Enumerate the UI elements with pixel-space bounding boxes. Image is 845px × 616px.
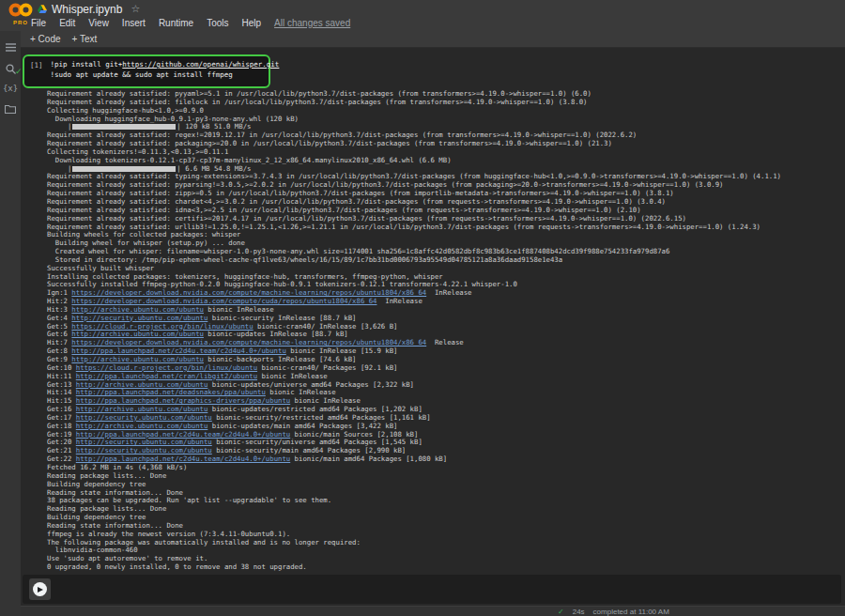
save-status[interactable]: All changes saved [274,18,350,28]
run-cell-button[interactable] [29,578,51,600]
code-line: !sudo apt update && sudo apt install ffm… [51,70,280,79]
output-line: Downloading tokenizers-0.12.1-cp37-cp37m… [47,157,843,165]
output-line: Building wheels for collected packages: … [47,231,843,239]
output-link[interactable]: http://ppa.launchpad.net/graphics-driver… [76,397,290,405]
output-line: Hit:3 http://archive.ubuntu.com/ubuntu b… [47,306,843,315]
output-line: Get:18 http://archive.ubuntu.com/ubuntu … [47,423,843,431]
output-line: Successfully installed ffmpeg-python-0.2… [47,281,843,289]
menu-edit[interactable]: Edit [59,18,75,28]
output-line: Hit:2 https://developer.download.nvidia.… [47,298,843,306]
menu-runtime[interactable]: Runtime [159,18,193,28]
output-line: Requirement already satisfied: urllib3!=… [47,223,843,232]
output-line: Collecting tokenizers!=0.11.3,<0.13,>=0.… [47,148,843,157]
code-line: !pip install git+https://github.com/open… [51,60,280,69]
output-link[interactable]: https://cloud.r-project.org/bin/linux/ub… [71,323,253,331]
add-code-button[interactable]: + Code [30,34,61,44]
output-line: Requirement already satisfied: idna<3,>=… [47,207,843,215]
output-link[interactable]: https://developer.download.nvidia.com/co… [71,298,376,305]
code-editor[interactable]: !pip install git+https://github.com/open… [51,60,280,82]
variables-icon[interactable]: {x} [4,82,17,95]
output-line: Get:9 http://archive.ubuntu.com/ubuntu b… [47,356,843,364]
output-link[interactable]: http://security.ubuntu.com/ubuntu [76,447,212,454]
success-check-icon: ✓ [558,608,564,616]
output-line: Get:21 http://security.ubuntu.com/ubuntu… [47,447,843,455]
status-bar: ✓ 24s completed at 11:00 AM [21,606,845,616]
progress-bar [72,124,176,130]
progress-bar [72,166,176,172]
menu-insert[interactable]: Insert [122,18,146,28]
table-of-contents-icon[interactable] [4,40,17,54]
output-line: Get:20 http://security.ubuntu.com/ubuntu… [47,439,843,447]
sidebar: {x} [0,31,21,616]
header: PRO Whisper.ipynb ☆ FileEditViewInsertRu… [0,0,845,31]
output-line: Building wheel for whisper (setup.py) ..… [47,239,843,248]
output-line: Get:8 http://ppa.launchpad.net/c2d4u.tea… [47,347,843,356]
output-link[interactable]: http://security.ubuntu.com/ubuntu [76,414,212,422]
output-link[interactable]: https://developer.download.nvidia.com/co… [71,339,426,346]
colab-infinity-icon [8,3,33,17]
output-line: Get:6 http://archive.ubuntu.com/ubuntu b… [47,331,843,339]
output-line: Get:19 http://ppa.launchpad.net/c2d4u.te… [47,431,843,439]
output-line: Requirement already satisfied: pyparsing… [47,181,843,190]
output-line: Requirement already satisfied: regex!=20… [47,131,843,140]
output-link[interactable]: http://archive.ubuntu.com/ubuntu [71,331,204,338]
output-link[interactable]: http://archive.ubuntu.com/ubuntu [71,356,204,363]
output-line: Requirement already satisfied: typing-ex… [47,173,843,181]
add-text-button[interactable]: + Text [72,34,98,44]
code-cell[interactable]: [1] !pip install git+https://github.com/… [23,54,270,88]
output-line: Fetched 16.2 MB in 4s (4,368 kB/s) [47,464,843,472]
output-link[interactable]: https://cloud.r-project.org/bin/linux/ub… [76,364,257,372]
output-link[interactable]: https://developer.download.nvidia.com/co… [71,289,426,297]
execution-count: [1] [30,60,43,82]
output-line: The following package was automatically … [47,539,843,547]
output-line: Requirement already satisfied: zipp>=0.5… [47,190,843,198]
output-line: Requirement already satisfied: chardet<4… [47,198,843,207]
output-line: Requirement already satisfied: packaging… [47,140,843,148]
menu-view[interactable]: View [88,18,109,28]
output-line: || 6.6 MB 54.8 MB/s [47,165,843,174]
empty-code-cell[interactable] [23,575,841,604]
notebook-title[interactable]: Whisper.ipynb [52,3,122,16]
output-line: Get:5 https://cloud.r-project.org/bin/li… [47,323,843,331]
output-line: Get:13 http://archive.ubuntu.com/ubuntu … [47,381,843,390]
output-link[interactable]: http://security.ubuntu.com/ubuntu [71,315,207,322]
output-line: libnvidia-common-460 [47,547,843,555]
output-line: Get:17 http://security.ubuntu.com/ubuntu… [47,414,843,423]
output-line: 0 upgraded, 0 newly installed, 0 to remo… [47,563,843,572]
output-link[interactable]: http://archive.ubuntu.com/ubuntu [76,406,208,413]
output-link[interactable]: http://ppa.launchpad.net/cran/libgit2/ub… [76,373,257,380]
output-link[interactable]: https://github.com/openai/whisper.git [122,60,279,69]
cell-run-check-icon: ✓ [15,67,23,76]
output-line: Get:22 http://ppa.launchpad.net/c2d4u.te… [47,455,843,464]
output-link[interactable]: http://ppa.launchpad.net/c2d4u.team/c2d4… [76,455,290,463]
output-link[interactable]: http://archive.ubuntu.com/ubuntu [76,381,208,389]
output-line: Building dependency tree [47,481,843,489]
output-line: Requirement already satisfied: pyyaml>=5… [47,90,843,99]
output-link[interactable]: http://ppa.launchpad.net/c2d4u.team/c2d4… [76,431,290,439]
execution-duration: 24s [573,608,585,616]
output-line: Reading package lists... Done [47,472,843,481]
output-link[interactable]: http://archive.ubuntu.com/ubuntu [71,306,204,314]
output-line: Hit:11 http://ppa.launchpad.net/cran/lib… [47,373,843,381]
menu-file[interactable]: File [31,18,46,28]
output-line: 38 packages can be upgraded. Run 'apt li… [47,497,843,505]
menu-help[interactable]: Help [241,18,261,28]
output-line: Hit:14 http://ppa.launchpad.net/deadsnak… [47,389,843,397]
output-link[interactable]: http://ppa.launchpad.net/c2d4u.team/c2d4… [71,347,285,355]
drive-icon [38,5,47,13]
output-line: Get:16 http://archive.ubuntu.com/ubuntu … [47,406,843,414]
output-line: Ign:1 https://developer.download.nvidia.… [47,289,843,298]
notebook-toolbar: + Code + Text [21,31,845,48]
output-line: Hit:15 http://ppa.launchpad.net/graphics… [47,397,843,406]
output-link[interactable]: http://security.ubuntu.com/ubuntu [76,439,212,446]
output-link[interactable]: http://archive.ubuntu.com/ubuntu [76,423,208,430]
menu-tools[interactable]: Tools [207,18,228,28]
output-line: || 120 kB 51.0 MB/s [47,123,843,131]
star-icon[interactable]: ☆ [131,3,140,15]
files-icon[interactable] [4,102,17,116]
output-line: Requirement already satisfied: filelock … [47,99,843,107]
output-link[interactable]: http://ppa.launchpad.net/deadsnakes/ppa/… [76,389,266,396]
output-line: Reading state information... Done [47,522,843,531]
output-line: Use 'sudo apt autoremove' to remove it. [47,555,843,563]
output-line: Hit:7 https://developer.download.nvidia.… [47,339,843,347]
